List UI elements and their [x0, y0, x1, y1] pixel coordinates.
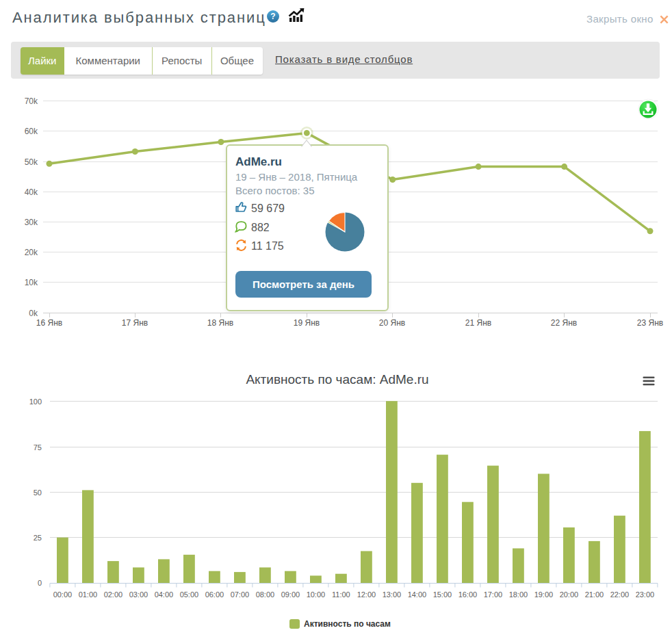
svg-text:50: 50 — [34, 488, 42, 497]
svg-text:23:00: 23:00 — [636, 590, 655, 599]
svg-text:02:00: 02:00 — [104, 590, 123, 599]
svg-text:18 Янв: 18 Янв — [207, 318, 233, 328]
svg-text:22 Янв: 22 Янв — [551, 318, 577, 328]
svg-text:18:00: 18:00 — [509, 590, 528, 599]
svg-text:14:00: 14:00 — [408, 590, 427, 599]
svg-text:0: 0 — [38, 579, 42, 587]
svg-text:Активность по часам: AdMe.ru: Активность по часам: AdMe.ru — [246, 372, 428, 387]
svg-text:01:00: 01:00 — [79, 590, 98, 599]
svg-text:30k: 30k — [25, 218, 38, 227]
svg-text:20:00: 20:00 — [560, 590, 579, 599]
svg-text:04:00: 04:00 — [155, 590, 174, 599]
svg-text:08:00: 08:00 — [256, 590, 275, 599]
svg-text:16 Янв: 16 Янв — [36, 318, 62, 328]
svg-text:Активность по часам: Активность по часам — [304, 619, 391, 629]
svg-text:21 Янв: 21 Янв — [465, 318, 491, 328]
svg-text:17 Янв: 17 Янв — [122, 318, 148, 328]
svg-text:100: 100 — [29, 397, 42, 406]
svg-text:19:00: 19:00 — [534, 590, 554, 599]
svg-text:70k: 70k — [25, 96, 38, 106]
svg-text:0k: 0k — [29, 309, 38, 318]
svg-text:19 Янв: 19 Янв — [294, 318, 320, 328]
svg-text:21:00: 21:00 — [585, 590, 604, 599]
svg-text:12:00: 12:00 — [357, 590, 376, 599]
svg-text:20k: 20k — [25, 248, 38, 257]
svg-text:60k: 60k — [25, 127, 38, 136]
svg-text:40k: 40k — [25, 187, 38, 197]
svg-text:05:00: 05:00 — [180, 590, 199, 599]
svg-text:07:00: 07:00 — [231, 590, 250, 599]
svg-text:10:00: 10:00 — [307, 590, 326, 599]
svg-text:20 Янв: 20 Янв — [379, 318, 405, 328]
svg-text:15:00: 15:00 — [433, 590, 452, 599]
svg-text:25: 25 — [34, 534, 42, 542]
svg-text:75: 75 — [34, 443, 42, 452]
svg-text:06:00: 06:00 — [205, 590, 224, 599]
svg-text:16:00: 16:00 — [458, 590, 478, 599]
svg-text:03:00: 03:00 — [129, 590, 148, 599]
svg-text:22:00: 22:00 — [610, 590, 630, 599]
svg-text:17:00: 17:00 — [484, 590, 503, 599]
svg-text:13:00: 13:00 — [383, 590, 402, 599]
svg-text:11:00: 11:00 — [332, 590, 350, 599]
svg-text:09:00: 09:00 — [281, 590, 300, 599]
svg-text:23 Янв: 23 Янв — [637, 318, 663, 328]
svg-text:00:00: 00:00 — [53, 590, 73, 599]
svg-text:50k: 50k — [25, 157, 38, 167]
svg-text:10k: 10k — [25, 278, 38, 287]
